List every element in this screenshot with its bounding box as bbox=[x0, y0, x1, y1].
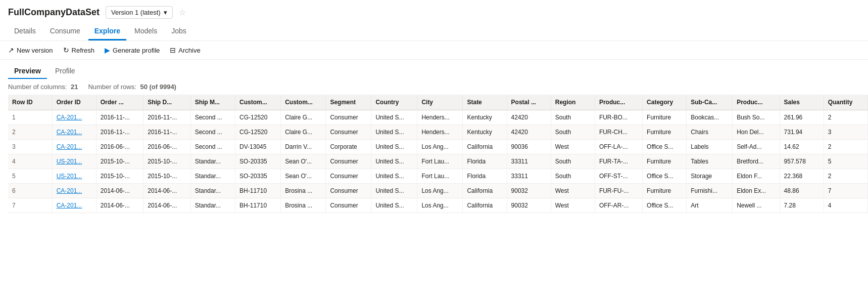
cell-r1-c7: Claire G... bbox=[281, 110, 326, 125]
cell-r4-c6: SO-20335 bbox=[235, 154, 281, 169]
cell-r3-c6: DV-13045 bbox=[235, 140, 281, 154]
col-header-row-id: Row ID bbox=[8, 95, 52, 110]
cell-r2-c6: CG-12520 bbox=[235, 125, 281, 140]
cell-r7-c9: United S... bbox=[371, 198, 417, 213]
cell-r2-c15: Furniture bbox=[643, 125, 687, 140]
cell-r3-c5: Second ... bbox=[190, 140, 235, 154]
cell-r4-c12: 33311 bbox=[507, 154, 551, 169]
cell-r3-c2: CA-201... bbox=[52, 140, 96, 154]
tab-explore[interactable]: Explore bbox=[88, 23, 126, 40]
cell-r6-c17: Eldon Ex... bbox=[733, 184, 780, 198]
favorite-star-icon[interactable]: ☆ bbox=[179, 8, 186, 17]
tab-details[interactable]: Details bbox=[8, 23, 42, 40]
cell-r4-c19: 5 bbox=[824, 154, 867, 169]
cell-r6-c18: 48.86 bbox=[780, 184, 824, 198]
cell-r3-c18: 14.62 bbox=[780, 140, 824, 154]
refresh-button[interactable]: ↻ Refresh bbox=[63, 46, 95, 54]
cell-r1-c17: Bush So... bbox=[733, 110, 780, 125]
cell-r2-c7: Claire G... bbox=[281, 125, 326, 140]
tab-jobs[interactable]: Jobs bbox=[165, 23, 192, 40]
cell-r5-c7: Sean O'... bbox=[281, 169, 326, 184]
cell-r5-c17: Eldon F... bbox=[733, 169, 780, 184]
toolbar: ↗ New version ↻ Refresh ▶ Generate profi… bbox=[0, 41, 868, 60]
cell-r6-c5: Standar... bbox=[190, 184, 235, 198]
cell-r7-c16: Art bbox=[687, 198, 733, 213]
cell-r5-c13: South bbox=[551, 169, 595, 184]
cell-r5-c8: Consumer bbox=[326, 169, 371, 184]
cell-r2-c11: Kentucky bbox=[463, 125, 507, 140]
cell-r1-c13: South bbox=[551, 110, 595, 125]
cell-r2-c10: Henders... bbox=[417, 125, 463, 140]
version-label: Version 1 (latest) bbox=[111, 9, 161, 16]
sub-tab-preview[interactable]: Preview bbox=[8, 64, 47, 79]
cell-r1-c3: 2016-11-... bbox=[96, 110, 143, 125]
data-table: Row ID Order ID Order ... Ship D... Ship… bbox=[8, 95, 868, 213]
cell-r5-c1: 5 bbox=[8, 169, 52, 184]
tab-consume[interactable]: Consume bbox=[44, 23, 86, 40]
col-header-customer-id: Custom... bbox=[235, 95, 281, 110]
version-dropdown[interactable]: Version 1 (latest) ▾ bbox=[106, 6, 173, 19]
rows-meta: Number of rows: 50 (of 9994) bbox=[88, 83, 176, 91]
cell-r4-c10: Fort Lau... bbox=[417, 154, 463, 169]
cell-r2-c18: 731.94 bbox=[780, 125, 824, 140]
cell-r6-c8: Consumer bbox=[326, 184, 371, 198]
cell-r7-c17: Newell ... bbox=[733, 198, 780, 213]
generate-profile-label: Generate profile bbox=[113, 47, 160, 54]
cell-r6-c2: CA-201... bbox=[52, 184, 96, 198]
cell-r5-c6: SO-20335 bbox=[235, 169, 281, 184]
table-row: 7CA-201...2014-06-...2014-06-...Standar.… bbox=[8, 198, 868, 213]
archive-icon: ⊟ bbox=[170, 46, 176, 54]
cell-r3-c9: United S... bbox=[371, 140, 417, 154]
cell-r2-c17: Hon Del... bbox=[733, 125, 780, 140]
col-header-segment: Segment bbox=[326, 95, 371, 110]
order-id-link[interactable]: CA-201... bbox=[57, 114, 82, 121]
page-header: FullCompanyDataSet Version 1 (latest) ▾ … bbox=[0, 0, 868, 23]
cell-r7-c1: 7 bbox=[8, 198, 52, 213]
cell-r4-c14: FUR-TA-... bbox=[595, 154, 642, 169]
table-row: 1CA-201...2016-11-...2016-11-...Second .… bbox=[8, 110, 868, 125]
tab-models[interactable]: Models bbox=[128, 23, 163, 40]
order-id-link[interactable]: US-201... bbox=[57, 158, 82, 165]
cell-r7-c15: Office S... bbox=[643, 198, 687, 213]
cell-r3-c14: OFF-LA-... bbox=[595, 140, 642, 154]
cell-r2-c4: 2016-11-... bbox=[143, 125, 190, 140]
cell-r2-c5: Second ... bbox=[190, 125, 235, 140]
col-header-postal: Postal ... bbox=[507, 95, 551, 110]
cell-r4-c11: Florida bbox=[463, 154, 507, 169]
col-header-product-name: Produc... bbox=[733, 95, 780, 110]
cell-r3-c13: West bbox=[551, 140, 595, 154]
columns-meta: Number of columns: 21 bbox=[8, 83, 78, 91]
cell-r3-c16: Labels bbox=[687, 140, 733, 154]
cell-r7-c12: 90032 bbox=[507, 198, 551, 213]
cell-r5-c2: US-201... bbox=[52, 169, 96, 184]
order-id-link[interactable]: CA-201... bbox=[57, 187, 82, 194]
order-id-link[interactable]: CA-201... bbox=[57, 143, 82, 150]
col-header-ship-date: Ship D... bbox=[143, 95, 190, 110]
cell-r2-c2: CA-201... bbox=[52, 125, 96, 140]
cell-r7-c11: California bbox=[463, 198, 507, 213]
cell-r6-c19: 7 bbox=[824, 184, 867, 198]
cell-r4-c7: Sean O'... bbox=[281, 154, 326, 169]
cell-r6-c14: FUR-FU-... bbox=[595, 184, 642, 198]
cell-r2-c12: 42420 bbox=[507, 125, 551, 140]
cell-r1-c15: Furniture bbox=[643, 110, 687, 125]
cell-r3-c15: Office S... bbox=[643, 140, 687, 154]
cell-r4-c3: 2015-10-... bbox=[96, 154, 143, 169]
cell-r6-c3: 2014-06-... bbox=[96, 184, 143, 198]
sub-tab-profile[interactable]: Profile bbox=[49, 64, 81, 79]
cell-r3-c12: 90036 bbox=[507, 140, 551, 154]
sub-tab-bar: Preview Profile bbox=[0, 60, 868, 79]
new-version-button[interactable]: ↗ New version bbox=[8, 46, 53, 54]
generate-profile-button[interactable]: ▶ Generate profile bbox=[105, 46, 160, 54]
order-id-link[interactable]: US-201... bbox=[57, 173, 82, 180]
order-id-link[interactable]: CA-201... bbox=[57, 202, 82, 209]
cell-r5-c18: 22.368 bbox=[780, 169, 824, 184]
cell-r3-c7: Darrin V... bbox=[281, 140, 326, 154]
cell-r1-c6: CG-12520 bbox=[235, 110, 281, 125]
cell-r1-c10: Henders... bbox=[417, 110, 463, 125]
archive-button[interactable]: ⊟ Archive bbox=[170, 46, 200, 54]
order-id-link[interactable]: CA-201... bbox=[57, 129, 82, 136]
cell-r7-c6: BH-11710 bbox=[235, 198, 281, 213]
cell-r3-c8: Corporate bbox=[326, 140, 371, 154]
cell-r5-c11: Florida bbox=[463, 169, 507, 184]
